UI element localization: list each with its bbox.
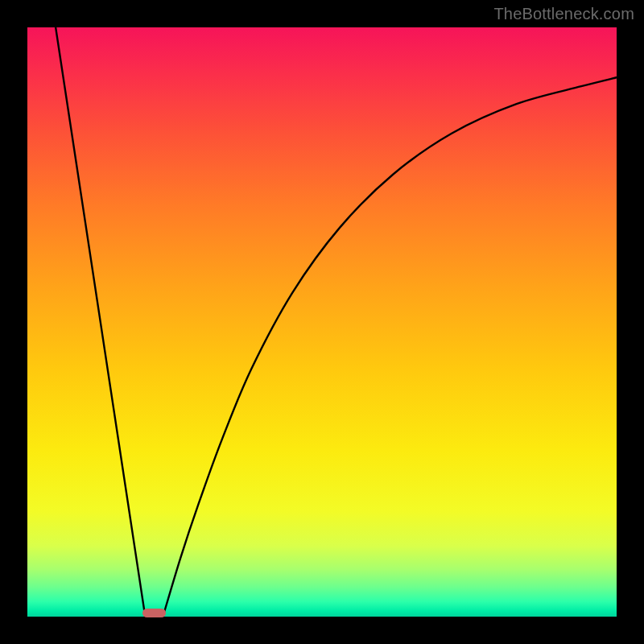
bottleneck-marker — [142, 609, 166, 617]
chart-svg — [27, 27, 617, 617]
watermark-text: TheBottleneck.com — [493, 5, 634, 23]
right-branch-line — [163, 77, 617, 617]
left-branch-line — [56, 27, 145, 617]
plot-area — [27, 27, 617, 617]
chart-frame: TheBottleneck.com — [0, 0, 644, 644]
